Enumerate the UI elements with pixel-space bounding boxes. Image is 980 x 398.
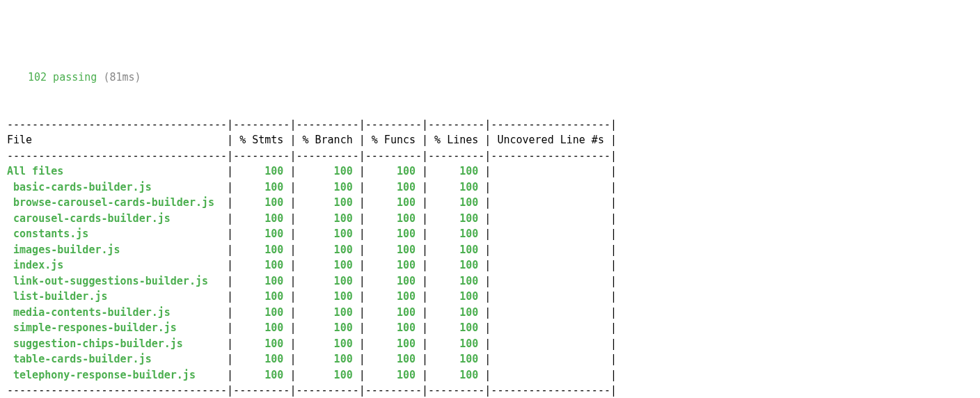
funcs-cell: 100: [365, 337, 422, 350]
lines-cell: 100: [428, 337, 484, 350]
funcs-cell: 100: [365, 181, 422, 193]
stmts-cell: 100: [233, 337, 290, 350]
file-cell: table-cards-builder.js: [7, 353, 227, 365]
uncovered-cell: [491, 165, 610, 177]
stmts-cell: 100: [233, 306, 290, 319]
stmts-cell: 100: [233, 244, 290, 256]
stmts-cell: 100: [233, 369, 290, 381]
table-row: carousel-cards-builder.js | 100 | 100 | …: [7, 212, 617, 225]
uncovered-cell: [491, 196, 610, 209]
file-cell: constants.js: [7, 228, 227, 240]
branch-cell: 100: [296, 353, 358, 365]
funcs-cell: 100: [365, 259, 422, 271]
branch-cell: 100: [296, 181, 358, 193]
funcs-cell: 100: [365, 228, 422, 240]
file-cell: index.js: [7, 259, 227, 271]
uncovered-cell: [491, 290, 610, 303]
table-row: telephony-response-builder.js | 100 | 10…: [7, 369, 617, 381]
passing-count: 102 passing: [28, 71, 97, 83]
stmts-cell: 100: [233, 165, 290, 177]
uncovered-cell: [491, 275, 610, 287]
funcs-cell: 100: [365, 321, 422, 334]
file-cell: simple-respones-builder.js: [7, 321, 227, 334]
table-row: images-builder.js | 100 | 100 | 100 | 10…: [7, 244, 617, 256]
table-row: All files | 100 | 100 | 100 | 100 | |: [7, 165, 617, 177]
file-cell: images-builder.js: [7, 244, 227, 256]
funcs-cell: 100: [365, 306, 422, 319]
table-row: browse-carousel-cards-builder.js | 100 |…: [7, 196, 617, 209]
uncovered-cell: [491, 369, 610, 381]
stmts-cell: 100: [233, 228, 290, 240]
file-cell: suggestion-chips-builder.js: [7, 337, 227, 350]
uncovered-cell: [491, 306, 610, 319]
funcs-cell: 100: [365, 275, 422, 287]
file-cell: media-contents-builder.js: [7, 306, 227, 319]
funcs-cell: 100: [365, 244, 422, 256]
file-cell: basic-cards-builder.js: [7, 181, 227, 193]
uncovered-cell: [491, 259, 610, 271]
stmts-cell: 100: [233, 212, 290, 225]
file-cell: browse-carousel-cards-builder.js: [7, 196, 227, 209]
stmts-cell: 100: [233, 196, 290, 209]
stmts-cell: 100: [233, 181, 290, 193]
uncovered-cell: [491, 228, 610, 240]
funcs-cell: 100: [365, 165, 422, 177]
test-summary: 102 passing (81ms): [7, 70, 973, 86]
uncovered-cell: [491, 244, 610, 256]
uncovered-cell: [491, 321, 610, 334]
lines-cell: 100: [428, 290, 484, 303]
funcs-cell: 100: [365, 212, 422, 225]
branch-cell: 100: [296, 290, 358, 303]
table-separator: -----------------------------------|----…: [7, 384, 617, 397]
table-row: index.js | 100 | 100 | 100 | 100 | |: [7, 259, 617, 271]
lines-cell: 100: [428, 275, 484, 287]
lines-cell: 100: [428, 165, 484, 177]
funcs-cell: 100: [365, 290, 422, 303]
table-row: link-out-suggestions-builder.js | 100 | …: [7, 275, 617, 287]
lines-cell: 100: [428, 228, 484, 240]
table-row: simple-respones-builder.js | 100 | 100 |…: [7, 321, 617, 334]
lines-cell: 100: [428, 196, 484, 209]
branch-cell: 100: [296, 369, 358, 381]
branch-cell: 100: [296, 228, 358, 240]
lines-cell: 100: [428, 259, 484, 271]
file-cell: link-out-suggestions-builder.js: [7, 275, 227, 287]
uncovered-cell: [491, 181, 610, 193]
branch-cell: 100: [296, 321, 358, 334]
branch-cell: 100: [296, 165, 358, 177]
branch-cell: 100: [296, 259, 358, 271]
stmts-cell: 100: [233, 275, 290, 287]
table-row: basic-cards-builder.js | 100 | 100 | 100…: [7, 181, 617, 193]
stmts-cell: 100: [233, 259, 290, 271]
table-row: media-contents-builder.js | 100 | 100 | …: [7, 306, 617, 319]
uncovered-cell: [491, 212, 610, 225]
lines-cell: 100: [428, 244, 484, 256]
uncovered-cell: [491, 337, 610, 350]
file-cell: All files: [7, 165, 227, 177]
table-header-row: File | % Stmts | % Branch | % Funcs | % …: [7, 134, 617, 146]
passing-time: (81ms): [103, 71, 141, 83]
stmts-cell: 100: [233, 290, 290, 303]
funcs-cell: 100: [365, 196, 422, 209]
branch-cell: 100: [296, 212, 358, 225]
table-row: table-cards-builder.js | 100 | 100 | 100…: [7, 353, 617, 365]
uncovered-cell: [491, 353, 610, 365]
branch-cell: 100: [296, 244, 358, 256]
file-cell: telephony-response-builder.js: [7, 369, 227, 381]
table-separator: -----------------------------------|----…: [7, 150, 617, 162]
table-row: constants.js | 100 | 100 | 100 | 100 | |: [7, 228, 617, 240]
branch-cell: 100: [296, 196, 358, 209]
funcs-cell: 100: [365, 369, 422, 381]
branch-cell: 100: [296, 337, 358, 350]
coverage-report: 102 passing (81ms) ---------------------…: [7, 70, 973, 398]
lines-cell: 100: [428, 321, 484, 334]
table-separator: -----------------------------------|----…: [7, 118, 617, 131]
lines-cell: 100: [428, 181, 484, 193]
file-cell: list-builder.js: [7, 290, 227, 303]
branch-cell: 100: [296, 306, 358, 319]
table-row: list-builder.js | 100 | 100 | 100 | 100 …: [7, 290, 617, 303]
lines-cell: 100: [428, 353, 484, 365]
funcs-cell: 100: [365, 353, 422, 365]
table-row: suggestion-chips-builder.js | 100 | 100 …: [7, 337, 617, 350]
lines-cell: 100: [428, 212, 484, 225]
